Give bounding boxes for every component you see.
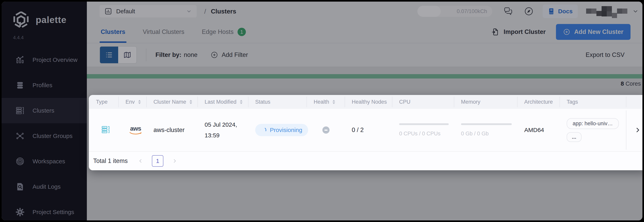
column-header-architecture[interactable]: Architecture	[517, 95, 560, 109]
sort-icon[interactable]	[189, 100, 192, 104]
cell-memory: 0 Gb / 0 Gb	[454, 109, 517, 151]
cell-cpu: 0 CPUs / 0 CPUs	[392, 109, 454, 151]
total-items-label: Total 1 items	[93, 158, 128, 164]
chevron-right-icon[interactable]	[634, 126, 642, 134]
column-header-env[interactable]: Env	[118, 95, 146, 109]
cell-tags: app: hello-univ… ...	[560, 109, 626, 151]
cell-healthy-nodes: 0 / 2	[344, 109, 392, 151]
status-badge: Provisioning	[255, 124, 308, 136]
cell-status: Provisioning	[248, 109, 306, 151]
column-header-last-modified[interactable]: Last Modified	[198, 95, 248, 109]
cell-last-modified: 05 Jul 2024, 13:59	[198, 109, 248, 151]
cell-type	[89, 109, 118, 151]
column-header-memory[interactable]: Memory	[454, 95, 517, 109]
pagination-next-icon[interactable]	[172, 158, 178, 164]
cluster-type-icon	[101, 125, 110, 135]
column-header-type[interactable]: Type	[89, 95, 118, 109]
app-window: palette 4.4.4 Project Overview Pro	[2, 2, 642, 220]
health-none-icon	[322, 126, 330, 134]
page-number-button[interactable]: 1	[152, 155, 164, 167]
column-header-cpu[interactable]: CPU	[392, 95, 454, 109]
column-header-health[interactable]: Health	[306, 95, 344, 109]
aws-logo: aws	[130, 126, 142, 135]
table-header-row: Type Env Cluster Name Last Modified Stat…	[89, 95, 642, 109]
pagination-bar: Total 1 items 1	[89, 151, 642, 170]
cpu-usage-bar	[399, 123, 449, 125]
spinner-icon	[260, 127, 267, 133]
sort-icon[interactable]	[138, 100, 141, 104]
sort-icon[interactable]	[240, 100, 243, 104]
cell-env: aws	[118, 109, 146, 151]
column-header-tags[interactable]: Tags	[560, 95, 626, 109]
tag-chip[interactable]: app: hello-univ…	[567, 118, 619, 129]
more-tags-chip[interactable]: ...	[567, 132, 582, 142]
column-header-healthy-nodes[interactable]: Healthy Nodes	[344, 95, 392, 109]
memory-usage-bar	[461, 123, 512, 125]
pagination-prev-icon[interactable]	[138, 158, 144, 164]
table-row[interactable]: aws aws-cluster 05 Jul 2024, 13:59	[89, 109, 642, 151]
column-header-cluster-name[interactable]: Cluster Name	[146, 95, 198, 109]
cell-health	[306, 109, 344, 151]
clusters-table-card: Type Env Cluster Name Last Modified Stat…	[89, 95, 642, 170]
cell-architecture: AMD64	[517, 109, 560, 151]
sort-icon[interactable]	[332, 100, 335, 104]
cell-actions	[626, 109, 642, 151]
column-header-actions	[626, 95, 642, 109]
column-header-status[interactable]: Status	[248, 95, 306, 109]
cell-cluster-name[interactable]: aws-cluster	[146, 109, 198, 151]
